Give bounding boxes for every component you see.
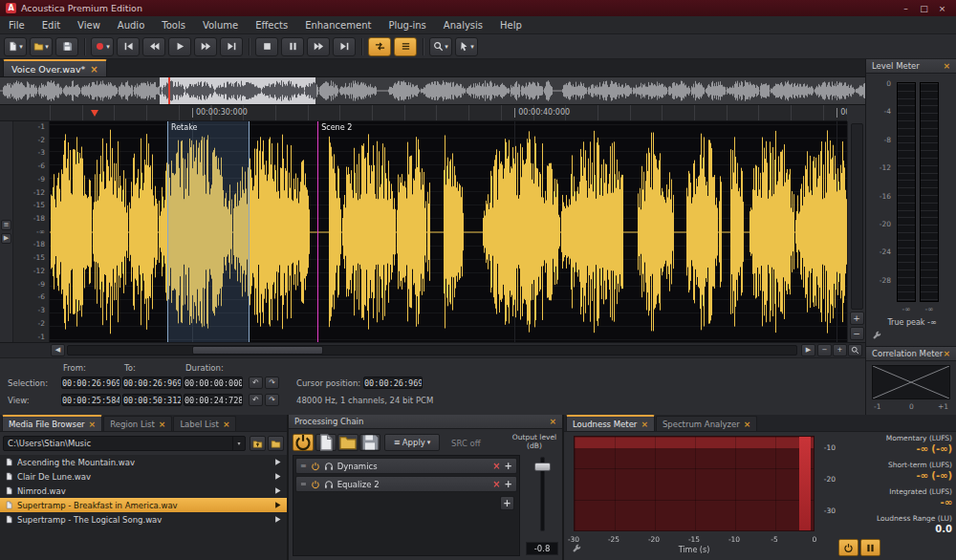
tab-voice-over[interactable]: Voice Over.wav* ×: [3, 59, 107, 76]
wrench-icon[interactable]: [572, 544, 581, 555]
menu-view[interactable]: View: [69, 16, 109, 34]
remove-effect-icon[interactable]: ×: [492, 461, 500, 471]
overview-strip[interactable]: [0, 77, 865, 105]
vertical-scrollbar[interactable]: [851, 123, 863, 310]
file-row[interactable]: Supertramp - Breakfast in America.wav: [0, 498, 287, 512]
menu-file[interactable]: File: [0, 16, 33, 34]
marker-scene-2[interactable]: [317, 121, 318, 342]
channel-fold-button[interactable]: ▶: [1, 233, 11, 244]
scrollbar-thumb[interactable]: [192, 346, 323, 355]
parent-folder-button[interactable]: [250, 436, 266, 451]
close-icon[interactable]: ×: [159, 420, 166, 429]
close-icon[interactable]: ×: [89, 420, 97, 429]
browse-folder-button[interactable]: [268, 436, 284, 451]
scroll-left-button[interactable]: ◀: [51, 344, 65, 356]
view-to-field[interactable]: [122, 394, 182, 406]
loudness-tab-spectrum-analyzer[interactable]: Spectrum Analyzer×: [656, 416, 757, 431]
close-button[interactable]: ×: [934, 2, 950, 14]
file-row[interactable]: Nimrod.wav: [0, 484, 287, 498]
close-icon[interactable]: ×: [744, 420, 751, 429]
zoom-out-button[interactable]: −: [817, 344, 832, 356]
play-button[interactable]: [168, 37, 191, 56]
close-icon[interactable]: ×: [223, 420, 230, 429]
loop-mode-button[interactable]: [368, 37, 391, 56]
chevron-down-icon[interactable]: ▾: [232, 437, 245, 450]
save-file-button[interactable]: [55, 37, 78, 56]
view-duration-field[interactable]: [184, 394, 243, 406]
drag-handle-icon[interactable]: ≡: [300, 480, 307, 488]
insert-effect-icon[interactable]: +: [505, 461, 512, 471]
trigger-list-button[interactable]: [394, 37, 417, 56]
wrench-icon[interactable]: [872, 331, 881, 342]
play-file-button[interactable]: [273, 472, 282, 481]
output-level-slider-handle[interactable]: [534, 463, 551, 471]
zoom-in-vertical-button[interactable]: +: [850, 312, 864, 325]
open-file-button[interactable]: ▾: [30, 37, 53, 56]
path-input[interactable]: [4, 439, 232, 448]
zoom-settings-button[interactable]: [848, 344, 862, 356]
maximize-button[interactable]: □: [916, 2, 932, 14]
zoom-out-vertical-button[interactable]: −: [850, 327, 864, 340]
close-icon[interactable]: ×: [943, 61, 950, 71]
menu-edit[interactable]: Edit: [33, 16, 69, 34]
apply-button[interactable]: ≡ Apply ▾: [384, 434, 440, 451]
view-undo-button[interactable]: ↶: [249, 394, 263, 406]
play-looped-button[interactable]: [307, 37, 330, 56]
selection-duration-field[interactable]: [184, 377, 243, 389]
go-to-end-button[interactable]: [220, 37, 243, 56]
view-redo-button[interactable]: ↷: [265, 394, 279, 406]
effect-row[interactable]: ≡Equalize 2×+: [295, 476, 517, 492]
add-effect-button[interactable]: +: [500, 496, 514, 510]
view-from-field[interactable]: [61, 394, 120, 406]
waveform-view[interactable]: Retake Scene 2: [50, 121, 847, 342]
chain-open-button[interactable]: [337, 434, 358, 451]
selection-redo-button[interactable]: ↷: [265, 377, 279, 389]
record-button[interactable]: ▾: [91, 37, 114, 56]
menu-plug-ins[interactable]: Plug-ins: [380, 16, 434, 34]
menu-effects[interactable]: Effects: [247, 16, 296, 34]
region-retake[interactable]: Retake: [167, 121, 250, 342]
cursor-marker[interactable]: [91, 110, 98, 120]
power-icon[interactable]: [311, 462, 320, 471]
menu-volume[interactable]: Volume: [194, 16, 247, 34]
zoom-in-button[interactable]: +: [833, 344, 847, 356]
zoom-tool-button[interactable]: ▾: [429, 37, 452, 56]
selection-from-field[interactable]: [61, 377, 120, 389]
play-file-button[interactable]: [273, 458, 282, 466]
insert-effect-icon[interactable]: +: [505, 479, 512, 489]
power-icon[interactable]: [311, 480, 320, 489]
menu-analysis[interactable]: Analysis: [435, 16, 491, 34]
stop-button[interactable]: [255, 37, 278, 56]
chain-save-button[interactable]: [359, 434, 380, 451]
selection-to-field[interactable]: [122, 377, 182, 389]
horizontal-scrollbar[interactable]: [67, 345, 797, 355]
chain-new-button[interactable]: [315, 434, 337, 451]
play-file-button[interactable]: [273, 515, 282, 524]
file-row[interactable]: Clair De Lune.wav: [0, 469, 287, 484]
path-combo[interactable]: ▾: [3, 436, 246, 451]
browser-tab-region-list[interactable]: Region List×: [103, 416, 172, 431]
play-file-button[interactable]: [273, 486, 282, 495]
go-to-start-button[interactable]: [117, 37, 140, 56]
close-icon[interactable]: ×: [641, 420, 648, 429]
headphones-icon[interactable]: [324, 462, 334, 471]
menu-help[interactable]: Help: [491, 16, 531, 34]
menu-audio[interactable]: Audio: [109, 16, 153, 34]
chain-power-button[interactable]: [293, 434, 314, 451]
loudness-tab-loudness-meter[interactable]: Loudness Meter×: [566, 415, 655, 431]
select-tool-button[interactable]: ▾: [455, 37, 478, 56]
file-row[interactable]: Supertramp - The Logical Song.wav: [0, 512, 287, 527]
cursor-position-field[interactable]: [363, 377, 423, 389]
drag-handle-icon[interactable]: ≡: [300, 462, 307, 470]
selection-undo-button[interactable]: ↶: [249, 377, 263, 389]
browser-tab-media-file-browser[interactable]: Media File Browser×: [2, 415, 102, 431]
loudness-pause-button[interactable]: [860, 539, 880, 556]
new-file-button[interactable]: ▾: [4, 37, 27, 56]
menu-enhancement[interactable]: Enhancement: [296, 16, 380, 34]
close-icon[interactable]: ×: [549, 417, 556, 426]
remove-effect-icon[interactable]: ×: [492, 479, 500, 489]
fast-forward-button[interactable]: [194, 37, 217, 56]
timeline-ruler[interactable]: 00:00:30:000 00:00:40:000 00: [50, 105, 847, 121]
scroll-right-button[interactable]: ▶: [801, 344, 815, 356]
browser-tab-label-list[interactable]: Label List×: [173, 416, 236, 431]
